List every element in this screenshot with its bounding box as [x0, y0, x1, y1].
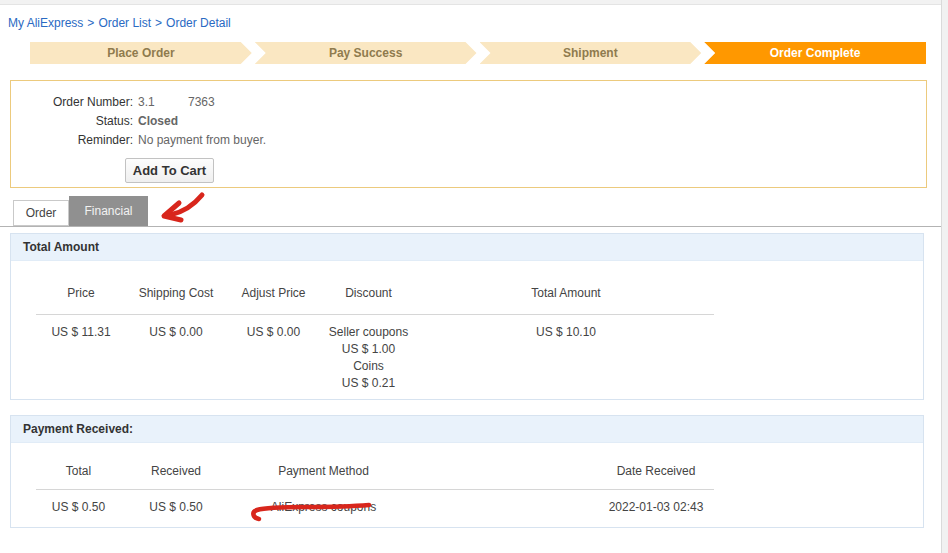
total-amount-header-row: Price Shipping Cost Adjust Price Discoun…	[36, 286, 716, 300]
header-underline	[36, 314, 714, 315]
col-total-amount: Total Amount	[416, 286, 716, 300]
tab-financial[interactable]: Financial	[69, 196, 148, 226]
step-shipment: Shipment	[480, 42, 702, 64]
payment-received-title: Payment Received:	[11, 416, 923, 443]
total-amount-value: US $ 10.10	[416, 324, 716, 392]
adjust-price-value: US $ 0.00	[226, 324, 321, 392]
status-row: Status: Closed	[11, 113, 926, 132]
status-label: Status:	[11, 113, 133, 132]
header-underline	[36, 489, 714, 490]
date-received-value: 2022-01-03 02:43	[416, 499, 896, 515]
payment-header-row: Total Received Payment Method Date Recei…	[36, 464, 896, 478]
reminder-label: Reminder:	[11, 132, 133, 151]
order-summary-box: Order Number: 3.1 7363 Status: Closed Re…	[10, 80, 927, 188]
discount-line: Seller coupons	[321, 324, 416, 341]
breadcrumb-separator: >	[87, 16, 94, 30]
discount-line: US $ 0.21	[321, 375, 416, 392]
col-adjust-price: Adjust Price	[226, 286, 321, 300]
col-shipping-cost: Shipping Cost	[126, 286, 226, 300]
order-detail-page: { "breadcrumb": { "items": ["My AliExpre…	[0, 0, 948, 553]
price-value: US $ 11.31	[36, 324, 126, 392]
red-underline-annotation-icon	[245, 497, 375, 523]
scrollbar-track[interactable]	[941, 0, 948, 553]
col-total: Total	[36, 464, 121, 478]
col-received: Received	[121, 464, 231, 478]
red-arrow-annotation-icon	[152, 191, 210, 225]
col-payment-method: Payment Method	[231, 464, 416, 478]
tab-bar-divider	[0, 226, 941, 227]
order-number-value: 3.1 7363	[138, 94, 215, 113]
payment-total-value: US $ 0.50	[36, 499, 121, 515]
col-price: Price	[36, 286, 126, 300]
add-to-cart-button[interactable]: Add To Cart	[125, 158, 214, 183]
discount-line: Coins	[321, 358, 416, 375]
total-amount-value-row: US $ 11.31 US $ 0.00 US $ 0.00 Seller co…	[36, 324, 716, 392]
breadcrumb-order-list[interactable]: Order List	[98, 16, 151, 30]
order-number-label: Order Number:	[11, 94, 133, 113]
total-amount-section: Total Amount Price Shipping Cost Adjust …	[10, 233, 924, 400]
reminder-row: Reminder: No payment from buyer.	[11, 132, 926, 151]
reminder-value: No payment from buyer.	[138, 132, 266, 151]
shipping-cost-value: US $ 0.00	[126, 324, 226, 392]
breadcrumb-separator: >	[155, 16, 162, 30]
browser-top-strip	[0, 0, 948, 5]
col-date-received: Date Received	[416, 464, 896, 478]
breadcrumb-my-aliexpress[interactable]: My AliExpress	[8, 16, 83, 30]
payment-value-row: US $ 0.50 US $ 0.50 AliExpress coupons 2…	[36, 499, 896, 515]
tab-order[interactable]: Order	[13, 200, 69, 226]
order-number-row: Order Number: 3.1 7363	[11, 94, 926, 113]
discount-value: Seller coupons US $ 1.00 Coins US $ 0.21	[321, 324, 416, 392]
step-pay-success: Pay Success	[255, 42, 477, 64]
step-place-order: Place Order	[30, 42, 252, 64]
breadcrumb: My AliExpress>Order List>Order Detail	[8, 16, 231, 30]
col-discount: Discount	[321, 286, 416, 300]
payment-received-value: US $ 0.50	[121, 499, 231, 515]
step-order-complete: Order Complete	[704, 42, 926, 64]
order-progress-bar: Place Order Pay Success Shipment Order C…	[30, 42, 926, 64]
breadcrumb-order-detail[interactable]: Order Detail	[166, 16, 231, 30]
total-amount-title: Total Amount	[11, 234, 923, 261]
payment-received-section: Payment Received: Total Received Payment…	[10, 415, 924, 528]
status-badge: Closed	[138, 113, 178, 132]
discount-line: US $ 1.00	[321, 341, 416, 358]
